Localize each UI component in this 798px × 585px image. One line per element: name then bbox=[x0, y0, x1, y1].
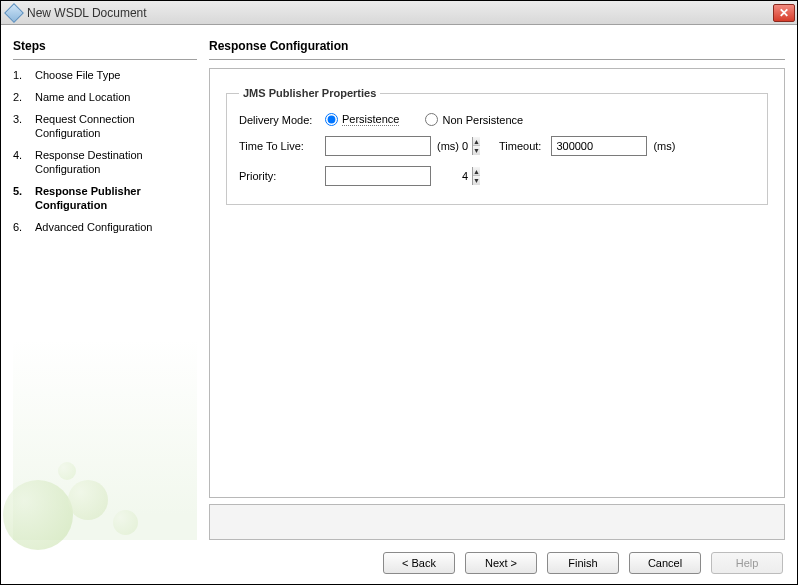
message-area bbox=[209, 504, 785, 540]
delivery-mode-label: Delivery Mode: bbox=[239, 114, 325, 126]
window-title: New WSDL Document bbox=[27, 6, 773, 20]
help-button[interactable]: Help bbox=[711, 552, 783, 574]
app-icon bbox=[4, 3, 24, 23]
priority-label: Priority: bbox=[239, 170, 325, 182]
page-title: Response Configuration bbox=[209, 39, 785, 60]
step-2: 2. Name and Location bbox=[13, 90, 197, 104]
titlebar: New WSDL Document ✕ bbox=[1, 1, 797, 25]
ttl-up-icon[interactable]: ▲ bbox=[473, 137, 480, 146]
radio-non-persistence[interactable]: Non Persistence bbox=[425, 113, 523, 126]
radio-persistence-input[interactable] bbox=[325, 113, 338, 126]
finish-button[interactable]: Finish bbox=[547, 552, 619, 574]
step-6: 6. Advanced Configuration bbox=[13, 220, 197, 234]
ttl-label: Time To Live: bbox=[239, 140, 325, 152]
ttl-down-icon[interactable]: ▼ bbox=[473, 146, 480, 155]
step-5: 5. Response Publisher Configuration bbox=[13, 184, 197, 212]
step-1: 1. Choose File Type bbox=[13, 68, 197, 82]
wizard-buttons: < Back Next > Finish Cancel Help bbox=[13, 540, 785, 578]
priority-spinner[interactable]: ▲ ▼ bbox=[325, 166, 431, 186]
priority-down-icon[interactable]: ▼ bbox=[473, 176, 480, 185]
jms-properties-group: JMS Publisher Properties Delivery Mode: … bbox=[226, 87, 768, 205]
radio-persistence[interactable]: Persistence bbox=[325, 113, 399, 126]
steps-list: 1. Choose File Type 2. Name and Location… bbox=[13, 68, 197, 242]
step-3: 3. Request Connection Configuration bbox=[13, 112, 197, 140]
cancel-button[interactable]: Cancel bbox=[629, 552, 701, 574]
ttl-unit: (ms) bbox=[437, 140, 459, 152]
timeout-input[interactable] bbox=[551, 136, 647, 156]
main-panel: JMS Publisher Properties Delivery Mode: … bbox=[209, 68, 785, 498]
close-icon[interactable]: ✕ bbox=[773, 4, 795, 22]
timeout-label: Timeout: bbox=[499, 140, 541, 152]
step-4: 4. Response Destination Configuration bbox=[13, 148, 197, 176]
back-button[interactable]: < Back bbox=[383, 552, 455, 574]
priority-up-icon[interactable]: ▲ bbox=[473, 167, 480, 176]
ttl-spinner[interactable]: ▲ ▼ bbox=[325, 136, 431, 156]
timeout-unit: (ms) bbox=[653, 140, 675, 152]
group-legend: JMS Publisher Properties bbox=[239, 87, 380, 99]
next-button[interactable]: Next > bbox=[465, 552, 537, 574]
steps-heading: Steps bbox=[13, 39, 197, 60]
priority-input[interactable] bbox=[326, 167, 472, 185]
radio-non-persistence-input[interactable] bbox=[425, 113, 438, 126]
steps-sidebar: Steps 1. Choose File Type 2. Name and Lo… bbox=[13, 39, 197, 540]
